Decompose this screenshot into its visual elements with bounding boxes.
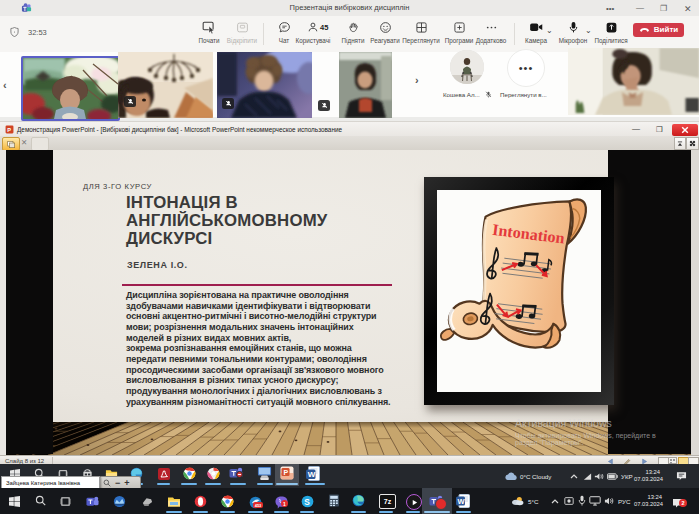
local-time: 13:24	[634, 494, 662, 501]
mic-icon	[568, 20, 579, 35]
local-tray-chevron[interactable]	[551, 499, 559, 504]
local-volume-icon[interactable]	[604, 496, 615, 506]
svg-text:S: S	[304, 497, 310, 507]
remote-pc-icon[interactable]	[257, 466, 272, 481]
underline	[257, 483, 273, 485]
screen: { "teams": { "window_title": "Презентаці…	[0, 0, 699, 514]
local-word-icon[interactable]: W	[456, 494, 470, 508]
remote-weather-icon[interactable]	[504, 472, 518, 481]
remote-weather-text[interactable]: 0°C Cloudy	[520, 473, 551, 480]
restore-button[interactable]: ❐	[660, 4, 667, 13]
underline	[305, 483, 325, 485]
local-mediaplayer-icon[interactable]	[406, 494, 422, 510]
presenter-name: Зайцева Катерина Іванівна	[6, 480, 80, 486]
underline	[248, 511, 263, 513]
zoom-in-button[interactable]: +	[124, 478, 129, 488]
local-notification-icon[interactable]: 2	[672, 495, 684, 513]
local-taskbar: 453 1 S 7z W 5°C РУС 13:24 07.03.2024 2	[0, 488, 699, 514]
remote-battery-icon[interactable]	[607, 473, 618, 480]
ghost-tab[interactable]	[31, 137, 49, 151]
leave-button[interactable]: Вийти	[633, 23, 684, 38]
video-tile-4[interactable]	[339, 52, 392, 118]
local-calculator-icon[interactable]	[328, 494, 340, 507]
ppt-tab-row: ✕	[0, 136, 699, 150]
local-clock[interactable]: 13:24 07.03.2024	[634, 494, 662, 508]
underline	[230, 483, 246, 485]
zoom-out-button[interactable]: −	[115, 478, 120, 488]
local-teams-icon[interactable]	[86, 495, 99, 508]
remote-acrobat-icon[interactable]	[158, 468, 170, 480]
slide-right-panel	[608, 150, 691, 454]
ppt-minimize-button[interactable]: —	[632, 124, 640, 133]
underline	[424, 511, 450, 513]
remote-tray-chevron[interactable]	[570, 474, 578, 479]
status-separator	[52, 457, 53, 464]
remote-lang-indicator[interactable]: УКР	[621, 473, 633, 480]
video-tile-spotlight[interactable]	[568, 48, 699, 115]
underline	[351, 511, 366, 513]
notification-badge: 2	[679, 499, 687, 507]
raise-hand-icon	[347, 20, 360, 35]
close-x-icon	[681, 126, 689, 134]
ppt-close-button[interactable]	[672, 124, 698, 136]
remote-volume-icon[interactable]	[594, 472, 604, 481]
underline	[274, 511, 289, 513]
meeting-title: Презентація вибіркових дисциплін	[0, 3, 699, 12]
remote-chrome-icon[interactable]	[183, 467, 196, 480]
close-button[interactable]: ✕	[684, 4, 692, 14]
scroll-right-chevron[interactable]: ›	[415, 74, 419, 86]
remote-powerpoint-icon: P	[280, 466, 294, 480]
shield-icon	[10, 27, 19, 37]
video-tile-2[interactable]	[118, 52, 213, 118]
video-tile-3[interactable]	[217, 52, 312, 118]
local-mic-icon[interactable]	[578, 495, 586, 506]
remote-word-icon[interactable]: W	[306, 466, 320, 481]
underline	[166, 511, 182, 513]
underline	[193, 511, 208, 513]
titlebar-more-button[interactable]: •••	[606, 4, 614, 13]
minimize-button[interactable]: —	[636, 3, 644, 12]
local-skype-icon[interactable]: S	[301, 495, 314, 508]
underline	[205, 483, 221, 485]
remote-network-icon[interactable]	[583, 473, 592, 481]
local-explorer-icon[interactable]	[167, 495, 181, 508]
tab-close-icon[interactable]: ✕	[21, 138, 27, 147]
participant-avatar[interactable]	[450, 50, 484, 84]
remote-chrome2-icon[interactable]	[207, 467, 220, 480]
local-7zip-icon[interactable]: 7z	[379, 494, 396, 509]
dock-button[interactable]	[674, 137, 686, 150]
local-weather-text[interactable]: 5°C	[528, 498, 538, 505]
view-more-circle[interactable]: •••	[507, 49, 545, 87]
remote-clock[interactable]: 13:24 07.03.2024	[634, 469, 660, 483]
presentation-tab[interactable]	[2, 137, 20, 151]
resize-button[interactable]	[686, 137, 699, 150]
local-record-icon[interactable]	[564, 496, 574, 506]
slide-sorter-button[interactable]	[668, 457, 677, 464]
slide-kicker: ДЛЯ 3-ГО КУРСУ	[83, 182, 152, 191]
local-edge-icon[interactable]	[352, 494, 365, 507]
local-weather-icon[interactable]	[510, 496, 525, 506]
remote-teams-icon[interactable]	[229, 466, 243, 484]
underline	[379, 511, 393, 513]
slide-author: ЗЕЛЕНА І.О.	[127, 260, 188, 270]
local-start-button[interactable]	[9, 496, 20, 507]
video-1-garden-woman	[23, 58, 118, 119]
local-app-blue-icon[interactable]	[113, 495, 126, 508]
slide-rule	[122, 284, 392, 286]
local-display-icon[interactable]	[589, 496, 601, 506]
remote-notification-icon[interactable]	[676, 471, 687, 481]
scroll-left-chevron[interactable]: ‹	[3, 79, 7, 91]
timer-text: 32:53	[28, 28, 47, 37]
ppt-titlebar: P Демонстрация PowerPoint - [Вибіркові д…	[0, 121, 699, 137]
video-tile-1[interactable]	[21, 56, 120, 121]
people-icon: 45	[307, 20, 320, 35]
ppt-restore-button[interactable]: ❐	[656, 125, 663, 134]
local-search-icon[interactable]	[35, 495, 46, 506]
share-button[interactable]: Поділитися	[585, 20, 637, 44]
svg-text:W: W	[458, 497, 466, 506]
local-taskview-icon[interactable]	[60, 496, 71, 507]
local-chrome-icon[interactable]	[221, 495, 234, 508]
local-opera-icon[interactable]	[194, 495, 207, 508]
local-lang-indicator[interactable]: РУС	[618, 498, 630, 505]
local-gray-app-icon[interactable]	[141, 496, 153, 507]
